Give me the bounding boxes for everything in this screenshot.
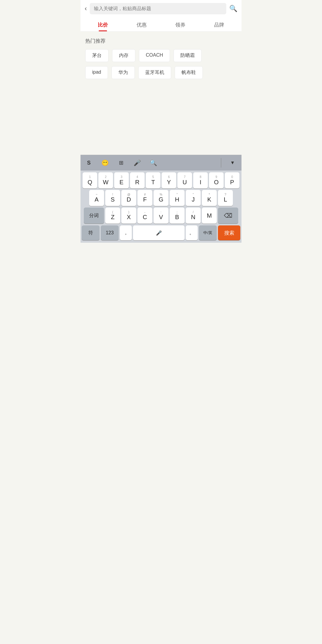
tag-fangshaixia[interactable]: 防晒霜 [174, 49, 202, 62]
tab-lingquan[interactable]: 领券 [161, 17, 200, 31]
space-key[interactable]: 🎤 [133, 225, 185, 240]
key-j[interactable]: "J [186, 190, 201, 206]
period-key[interactable]: 。 [186, 225, 198, 240]
key-t[interactable]: 5T [146, 172, 160, 188]
key-v[interactable]: :V [154, 208, 168, 224]
key-i[interactable]: 8I [193, 172, 208, 188]
back-button[interactable]: ‹ [85, 5, 87, 12]
search-input[interactable] [90, 3, 226, 14]
tag-neicun[interactable]: 内存 [112, 49, 135, 62]
keyboard-dismiss-button[interactable]: ▼ [227, 157, 239, 168]
key-y[interactable]: 6Y [162, 172, 176, 188]
key-u[interactable]: 7U [177, 172, 192, 188]
tag-lanyaerji[interactable]: 蓝牙耳机 [138, 66, 171, 79]
tags-row-1: 茅台 内存 COACH 防晒霜 [85, 49, 237, 62]
symbol-button[interactable]: 符 [82, 225, 100, 240]
key-f[interactable]: #F [137, 190, 152, 206]
keyboard-keys: 1Q 2W 3E 4R 5T 6Y 7U 8I 9O 0P ~A !S @D #… [80, 171, 242, 224]
key-z[interactable]: (Z [105, 208, 120, 224]
keyboard-toolbar: S 😶 ⊞ 🎤 🔍 ▼ [80, 155, 242, 171]
key-p[interactable]: 0P [225, 172, 239, 188]
key-row-2: ~A !S @D #F %G "H "J *K ?L [82, 190, 240, 206]
sogou-icon[interactable]: S [83, 157, 94, 168]
empty-content [80, 89, 242, 155]
comma-key[interactable]: ， [120, 225, 132, 240]
key-a[interactable]: ~A [89, 190, 104, 206]
tag-fanbuxie[interactable]: 帆布鞋 [175, 66, 203, 79]
key-n[interactable]: /N [186, 208, 201, 224]
tab-youhui[interactable]: 优惠 [122, 17, 161, 31]
keyboard-search-icon[interactable]: 🔍 [148, 157, 159, 168]
tag-ipad[interactable]: ipad [85, 66, 108, 79]
key-o[interactable]: 9O [209, 172, 224, 188]
toolbar-separator [221, 158, 221, 168]
section-title: 热门推荐 [85, 38, 237, 44]
key-w[interactable]: 2W [98, 172, 113, 188]
key-d[interactable]: @D [121, 190, 136, 206]
key-k[interactable]: *K [202, 190, 217, 206]
key-c[interactable]: -C [137, 208, 152, 224]
lang-switch-button[interactable]: 中/英 [199, 225, 217, 240]
key-row-3: 分词 (Z )X -C :V ;B /N M ⌫ [82, 208, 240, 224]
fenci-button[interactable]: 分词 [84, 208, 104, 224]
key-q[interactable]: 1Q [83, 172, 97, 188]
num123-button[interactable]: 123 [101, 225, 119, 240]
key-b[interactable]: ;B [170, 208, 185, 224]
search-enter-button[interactable]: 搜索 [218, 225, 240, 240]
tags-row-2: ipad 华为 蓝牙耳机 帆布鞋 [85, 66, 237, 79]
header: ‹ 🔍 [80, 0, 242, 17]
key-e[interactable]: 3E [114, 172, 129, 188]
key-row-4: 符 123 ， 🎤 。 中/英 搜索 [80, 224, 242, 243]
keyboard: S 😶 ⊞ 🎤 🔍 ▼ 1Q 2W 3E 4R 5T 6Y 7U 8I 9O 0… [80, 155, 242, 243]
key-g[interactable]: %G [154, 190, 168, 206]
key-h[interactable]: "H [170, 190, 185, 206]
key-r[interactable]: 4R [130, 172, 145, 188]
key-m[interactable]: M [202, 208, 217, 224]
tag-maotai[interactable]: 茅台 [85, 49, 109, 62]
backspace-button[interactable]: ⌫ [218, 208, 238, 224]
grid-icon[interactable]: ⊞ [116, 157, 126, 168]
tab-bijia[interactable]: 比价 [83, 17, 122, 31]
key-row-1: 1Q 2W 3E 4R 5T 6Y 7U 8I 9O 0P [82, 172, 240, 188]
header-search-icon[interactable]: 🔍 [229, 5, 237, 13]
key-s[interactable]: !S [105, 190, 120, 206]
content-area: 热门推荐 茅台 内存 COACH 防晒霜 ipad 华为 蓝牙耳机 帆布鞋 [80, 32, 242, 89]
key-l[interactable]: ?L [218, 190, 233, 206]
tag-huawei[interactable]: 华为 [112, 66, 135, 79]
tag-coach[interactable]: COACH [139, 49, 170, 62]
tab-bar: 比价 优惠 领券 品牌 [80, 17, 242, 32]
mic-icon[interactable]: 🎤 [132, 157, 143, 168]
emoji-icon[interactable]: 😶 [100, 157, 110, 168]
tab-pinpai[interactable]: 品牌 [200, 17, 239, 31]
key-x[interactable]: )X [121, 208, 136, 224]
